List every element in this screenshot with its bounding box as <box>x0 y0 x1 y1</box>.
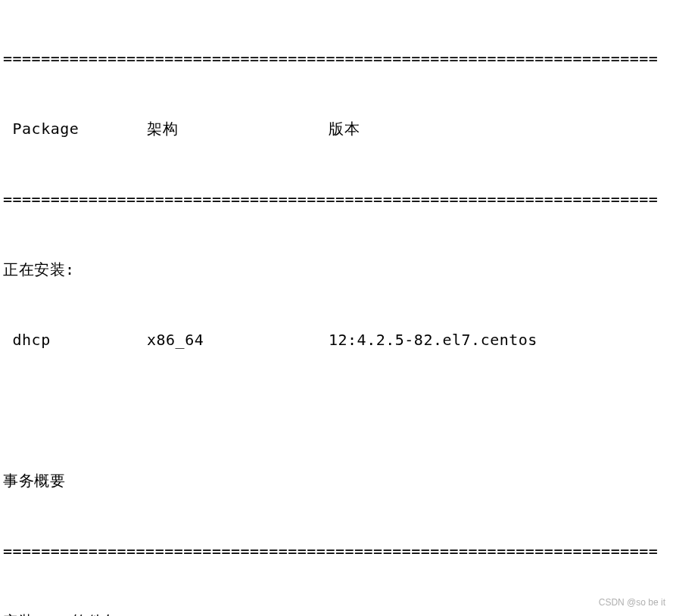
installing-label: 正在安装: <box>3 258 670 282</box>
header-version: 版本 <box>329 117 360 141</box>
divider-bot: ========================================… <box>3 540 670 563</box>
row-package: dhcp <box>3 328 147 352</box>
header-package: Package <box>3 117 147 141</box>
table-header-row: Package架构版本 <box>3 117 670 141</box>
table-row: dhcpx86_6412:4.2.5-82.el7.centos <box>3 328 670 352</box>
transaction-summary: 事务概要 <box>3 469 670 493</box>
divider-mid: ========================================… <box>3 188 670 211</box>
blank-line <box>3 399 670 422</box>
install-count: 安装 1 软件包 <box>3 610 670 616</box>
divider-top: ========================================… <box>3 47 670 70</box>
watermark-text: CSDN @so be it <box>599 596 665 610</box>
row-version: 12:4.2.5-82.el7.centos <box>329 328 537 352</box>
header-arch: 架构 <box>147 117 329 141</box>
terminal-output: ========================================… <box>0 0 673 616</box>
row-arch: x86_64 <box>147 328 329 352</box>
